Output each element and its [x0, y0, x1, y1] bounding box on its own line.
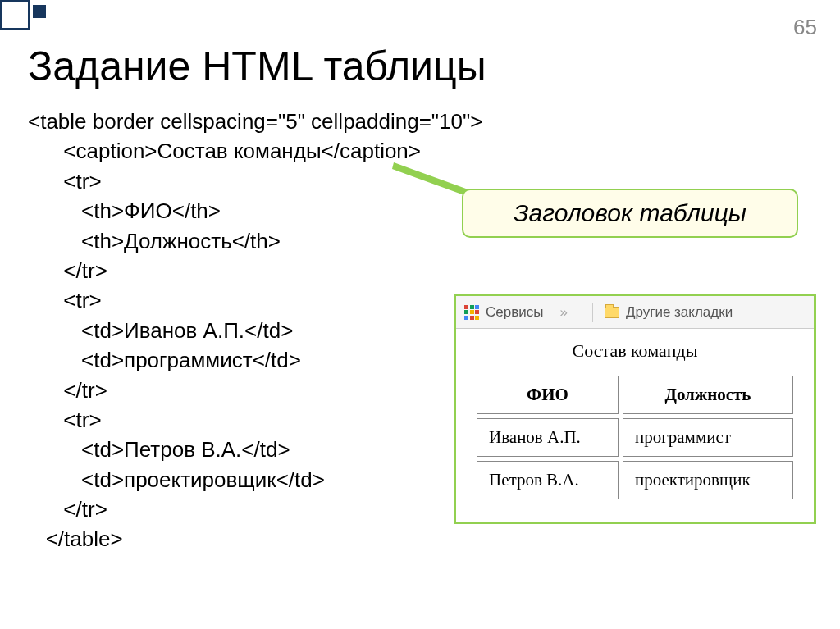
decor-square-outline — [0, 0, 30, 30]
table-cell: Иванов А.П. — [477, 418, 619, 457]
bookmarks-label[interactable]: Другие закладки — [626, 304, 733, 321]
browser-content: Состав команды ФИО Должность Иванов А.П.… — [456, 329, 814, 522]
callout-text: Заголовок таблицы — [514, 199, 746, 227]
table-row: Петров В.А. проектировщик — [477, 461, 793, 499]
code-line: <th>Должность</th> — [28, 229, 281, 253]
callout-box: Заголовок таблицы — [462, 189, 798, 238]
code-line: <td>программист</td> — [28, 348, 301, 372]
services-label[interactable]: Сервисы — [486, 304, 543, 321]
code-line: <table border cellspacing="5" cellpaddin… — [28, 109, 482, 134]
page-number: 65 — [793, 15, 817, 40]
table-row: ФИО Должность — [477, 376, 793, 414]
table-row: Иванов А.П. программист — [477, 418, 793, 457]
code-line: <caption>Состав команды</caption> — [28, 139, 421, 163]
table-cell: программист — [623, 418, 793, 457]
browser-preview: Сервисы » Другие закладки Состав команды… — [454, 294, 816, 524]
slide-title: Задание HTML таблицы — [28, 43, 486, 90]
code-line: <td>Иванов А.П.</td> — [28, 318, 293, 343]
folder-icon[interactable] — [605, 307, 619, 318]
code-line: <th>ФИО</th> — [28, 198, 221, 223]
code-line: </tr> — [28, 378, 107, 403]
decor-square-filled — [33, 5, 46, 18]
code-line: </tr> — [28, 258, 107, 283]
demo-table: ФИО Должность Иванов А.П. программист Пе… — [472, 371, 797, 504]
code-line: <td>проектировщик</td> — [28, 467, 325, 492]
code-line: <td>Петров В.А.</td> — [28, 437, 290, 462]
code-line: </tr> — [28, 497, 107, 522]
code-block: <table border cellspacing="5" cellpaddin… — [28, 107, 482, 554]
browser-toolbar: Сервисы » Другие закладки — [456, 296, 814, 329]
table-header-cell: Должность — [623, 376, 793, 414]
code-line: <tr> — [28, 408, 102, 432]
more-chevron-icon[interactable]: » — [559, 304, 567, 321]
table-header-cell: ФИО — [477, 376, 619, 414]
code-line: <tr> — [28, 169, 102, 194]
table-cell: проектировщик — [623, 461, 793, 499]
slide-decor — [0, 0, 46, 30]
table-caption: Состав команды — [472, 340, 797, 362]
table-cell: Петров В.А. — [477, 461, 619, 499]
toolbar-divider — [592, 303, 593, 322]
code-line: <tr> — [28, 288, 102, 312]
code-line: </table> — [28, 526, 123, 551]
apps-grid-icon[interactable] — [464, 305, 479, 320]
